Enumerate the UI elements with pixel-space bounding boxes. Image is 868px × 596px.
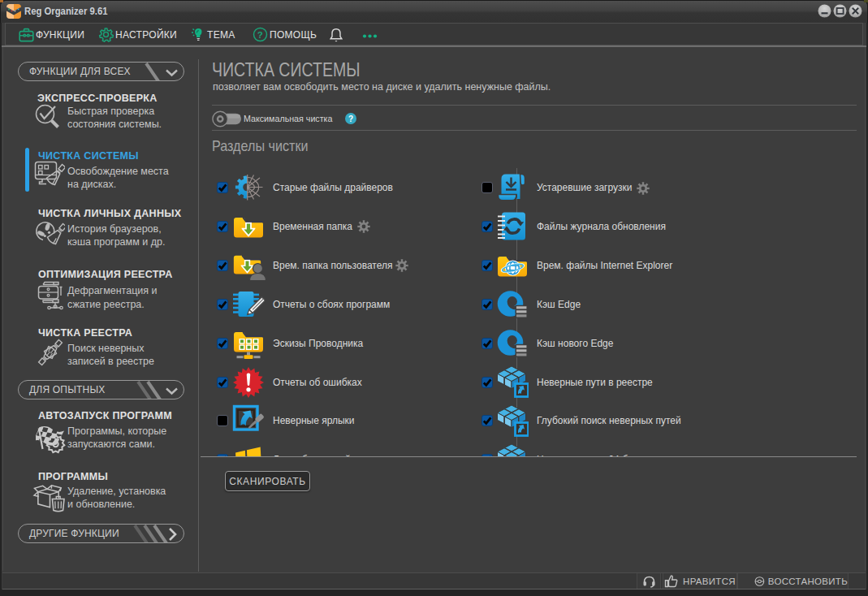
svg-text:?: ? (348, 114, 353, 123)
